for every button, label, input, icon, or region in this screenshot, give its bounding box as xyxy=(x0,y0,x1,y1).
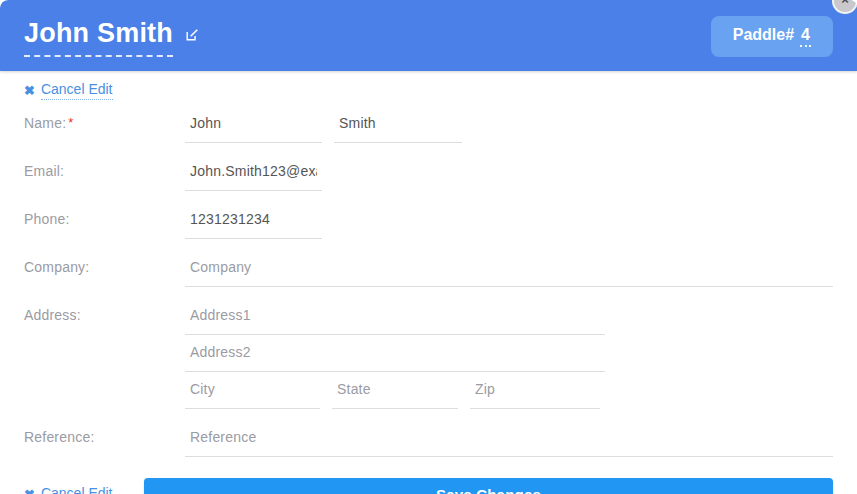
zip-input[interactable] xyxy=(470,372,600,409)
cancel-edit-label: Cancel Edit xyxy=(41,485,113,494)
edit-contact-dialog: John Smith Paddle# 4 × ✖ Cancel Edit Nam… xyxy=(0,0,857,494)
close-icon[interactable]: × xyxy=(832,0,857,14)
company-row: Company: xyxy=(24,250,833,287)
address2-input[interactable] xyxy=(185,335,605,372)
save-changes-button[interactable]: Save Changes xyxy=(144,478,833,494)
address-row: Address: xyxy=(24,298,833,409)
reference-label: Reference: xyxy=(24,420,185,445)
cancel-edit-label: Cancel Edit xyxy=(41,81,113,100)
dialog-header: John Smith Paddle# 4 × xyxy=(0,0,857,71)
cancel-x-icon: ✖ xyxy=(24,83,35,98)
email-input[interactable] xyxy=(185,154,322,191)
company-input[interactable] xyxy=(185,250,833,287)
reference-input[interactable] xyxy=(185,420,833,457)
contact-form: Name:* Email: Phone: Compan xyxy=(0,106,857,457)
footer-actions: ✖ Cancel Edit Save Changes xyxy=(0,478,857,494)
address-label: Address: xyxy=(24,298,185,323)
first-name-input[interactable] xyxy=(185,106,322,143)
last-name-input[interactable] xyxy=(334,106,462,143)
name-label: Name:* xyxy=(24,106,185,131)
email-row: Email: xyxy=(24,154,833,191)
paddle-number[interactable]: 4 xyxy=(800,26,811,47)
cancel-edit-link-top[interactable]: ✖ Cancel Edit xyxy=(24,81,113,100)
name-row: Name:* xyxy=(24,106,833,143)
company-label: Company: xyxy=(24,250,185,275)
state-input[interactable] xyxy=(332,372,458,409)
paddle-number-button[interactable]: Paddle# 4 xyxy=(711,16,833,57)
page-title[interactable]: John Smith xyxy=(24,18,173,57)
cancel-edit-link-bottom[interactable]: ✖ Cancel Edit xyxy=(24,485,144,494)
paddle-label: Paddle# xyxy=(733,26,794,44)
edit-pencil-icon[interactable] xyxy=(185,28,199,42)
city-input[interactable] xyxy=(185,372,320,409)
phone-row: Phone: xyxy=(24,202,833,239)
title-group: John Smith xyxy=(24,18,199,57)
email-label: Email: xyxy=(24,154,185,179)
phone-label: Phone: xyxy=(24,202,185,227)
phone-input[interactable] xyxy=(185,202,322,239)
address1-input[interactable] xyxy=(185,298,605,335)
required-asterisk: * xyxy=(68,115,73,130)
reference-row: Reference: xyxy=(24,420,833,457)
cancel-x-icon: ✖ xyxy=(24,487,35,494)
